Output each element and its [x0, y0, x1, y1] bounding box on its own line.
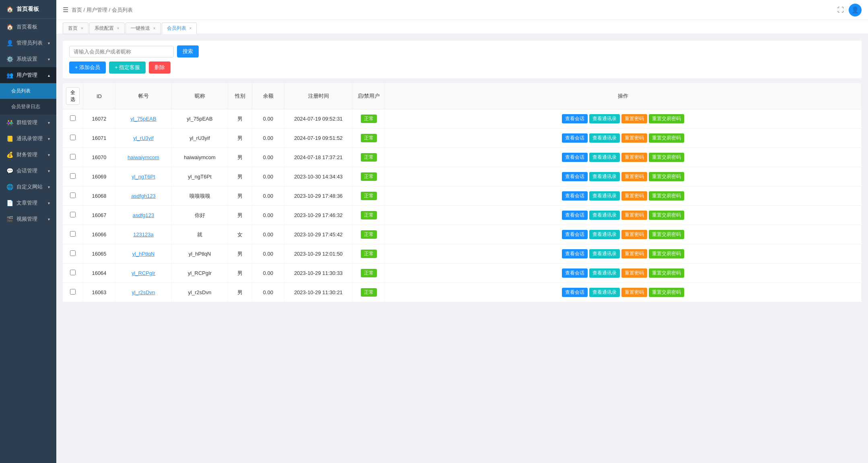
search-input[interactable] [69, 46, 174, 57]
sidebar-item-user-management[interactable]: 👥 用户管理 ▴ [0, 67, 56, 83]
row-checkbox[interactable] [70, 270, 76, 275]
tab-member-list-close[interactable]: × [189, 26, 192, 31]
row-gender: 男 [228, 283, 252, 302]
sidebar-item-session-management[interactable]: 💬 会话管理 ▾ [0, 163, 56, 179]
reset-trade-password-button[interactable]: 重置交易密码 [649, 211, 684, 220]
tab-member-list[interactable]: 会员列表 × [162, 23, 197, 34]
account-link[interactable]: yl_r2sDvn [132, 289, 155, 295]
reset-password-button[interactable]: 重置密码 [621, 153, 647, 162]
sidebar-item-label: 文章管理 [16, 199, 37, 207]
view-contacts-button[interactable]: 查看通讯录 [589, 230, 620, 239]
sidebar-item-article-management[interactable]: 📄 文章管理 ▾ [0, 195, 56, 211]
row-checkbox[interactable] [70, 212, 76, 217]
sidebar-item-label: 会话管理 [16, 167, 37, 174]
account-link[interactable]: asdfgh123 [131, 193, 156, 199]
reset-trade-password-button[interactable]: 重置交易密码 [649, 153, 684, 162]
avatar[interactable]: 👤 [849, 4, 862, 16]
sidebar-item-member-list[interactable]: 会员列表 [0, 83, 56, 99]
sidebar-item-system-settings[interactable]: ⚙️ 系统设置 ▾ [0, 51, 56, 67]
reset-password-button[interactable]: 重置密码 [621, 288, 647, 297]
account-link[interactable]: yl_rU3yif [133, 135, 154, 141]
reset-trade-password-button[interactable]: 重置交易密码 [649, 249, 684, 258]
row-balance: 0.00 [252, 283, 284, 302]
view-session-button[interactable]: 查看会话 [562, 172, 588, 181]
view-contacts-button[interactable]: 查看通讯录 [589, 191, 620, 201]
row-gender: 男 [228, 206, 252, 225]
view-session-button[interactable]: 查看会话 [562, 153, 588, 162]
view-session-button[interactable]: 查看会话 [562, 191, 588, 201]
delete-button[interactable]: 删除 [149, 61, 171, 74]
tab-one-click-push[interactable]: 一键推送 × [125, 23, 161, 34]
fullscreen-icon[interactable]: ⛶ [837, 6, 844, 14]
tab-system-config[interactable]: 系统配置 × [89, 23, 125, 34]
account-link[interactable]: haiwaiymcom [128, 154, 159, 160]
row-checkbox[interactable] [70, 173, 76, 179]
account-link[interactable]: 123123a [133, 232, 154, 238]
view-contacts-button[interactable]: 查看通讯录 [589, 288, 620, 297]
view-contacts-button[interactable]: 查看通讯录 [589, 114, 620, 123]
account-link[interactable]: yl_RCPgIr [132, 270, 155, 276]
settings-icon: ⚙️ [6, 56, 13, 62]
search-button[interactable]: 搜索 [177, 45, 199, 57]
row-checkbox[interactable] [70, 115, 76, 121]
row-checkbox[interactable] [70, 193, 76, 198]
view-contacts-button[interactable]: 查看通讯录 [589, 211, 620, 220]
row-checkbox[interactable] [70, 154, 76, 160]
reset-trade-password-button[interactable]: 重置交易密码 [649, 268, 684, 278]
chevron-down-icon: ▾ [48, 41, 50, 45]
view-session-button[interactable]: 查看会话 [562, 230, 588, 239]
sidebar-item-contacts-management[interactable]: 📒 通讯录管理 ▾ [0, 131, 56, 147]
reset-trade-password-button[interactable]: 重置交易密码 [649, 172, 684, 181]
account-link[interactable]: yl_ngT6Pt [132, 174, 155, 180]
sidebar-item-finance-management[interactable]: 💰 财务管理 ▾ [0, 147, 56, 163]
reset-trade-password-button[interactable]: 重置交易密码 [649, 288, 684, 297]
row-checkbox[interactable] [70, 231, 76, 237]
sidebar-item-group-management[interactable]: 👫 群组管理 ▾ [0, 115, 56, 131]
account-link[interactable]: yl_75pEAB [130, 116, 156, 122]
view-session-button[interactable]: 查看会话 [562, 211, 588, 220]
row-checkbox[interactable] [70, 135, 76, 140]
reset-password-button[interactable]: 重置密码 [621, 268, 647, 278]
assign-customer-button[interactable]: + 指定客服 [109, 61, 146, 74]
select-all-button[interactable]: 全选 [66, 87, 80, 105]
view-session-button[interactable]: 查看会话 [562, 249, 588, 258]
reset-password-button[interactable]: 重置密码 [621, 133, 647, 143]
hamburger-icon[interactable]: ☰ [63, 6, 68, 14]
reset-trade-password-button[interactable]: 重置交易密码 [649, 191, 684, 201]
row-checkbox[interactable] [70, 289, 76, 295]
reset-password-button[interactable]: 重置密码 [621, 230, 647, 239]
view-session-button[interactable]: 查看会话 [562, 114, 588, 123]
col-status: 启/禁用户 [353, 83, 385, 109]
reset-trade-password-button[interactable]: 重置交易密码 [649, 114, 684, 123]
view-session-button[interactable]: 查看会话 [562, 133, 588, 143]
reset-password-button[interactable]: 重置密码 [621, 249, 647, 258]
reset-trade-password-button[interactable]: 重置交易密码 [649, 230, 684, 239]
reset-password-button[interactable]: 重置密码 [621, 211, 647, 220]
view-contacts-button[interactable]: 查看通讯录 [589, 172, 620, 181]
reset-password-button[interactable]: 重置密码 [621, 114, 647, 123]
tab-home-close[interactable]: × [81, 26, 83, 31]
sidebar-item-video-management[interactable]: 🎬 视频管理 ▾ [0, 211, 56, 227]
tab-home[interactable]: 首页 × [63, 23, 88, 34]
add-member-button[interactable]: + 添加会员 [69, 61, 106, 74]
view-contacts-button[interactable]: 查看通讯录 [589, 249, 620, 258]
account-link[interactable]: yl_hPtlqN [132, 251, 155, 257]
row-checkbox[interactable] [70, 250, 76, 256]
view-contacts-button[interactable]: 查看通讯录 [589, 133, 620, 143]
reset-password-button[interactable]: 重置密码 [621, 191, 647, 201]
view-contacts-button[interactable]: 查看通讯录 [589, 153, 620, 162]
view-contacts-button[interactable]: 查看通讯录 [589, 268, 620, 278]
reset-trade-password-button[interactable]: 重置交易密码 [649, 133, 684, 143]
sidebar-item-admin-list[interactable]: 👤 管理员列表 ▾ [0, 35, 56, 51]
view-session-button[interactable]: 查看会话 [562, 268, 588, 278]
row-nickname: 嗅嗅嗅嗅 [172, 186, 228, 206]
tab-one-click-push-close[interactable]: × [153, 26, 156, 31]
sidebar-item-custom-website[interactable]: 🌐 自定义网站 ▾ [0, 179, 56, 195]
tab-system-config-close[interactable]: × [117, 26, 119, 31]
sidebar-item-dashboard[interactable]: 🏠 首页看板 [0, 19, 56, 35]
view-session-button[interactable]: 查看会话 [562, 288, 588, 297]
row-balance: 0.00 [252, 109, 284, 129]
reset-password-button[interactable]: 重置密码 [621, 172, 647, 181]
sidebar-item-member-login-log[interactable]: 会员登录日志 [0, 99, 56, 115]
account-link[interactable]: asdfg123 [133, 212, 154, 218]
